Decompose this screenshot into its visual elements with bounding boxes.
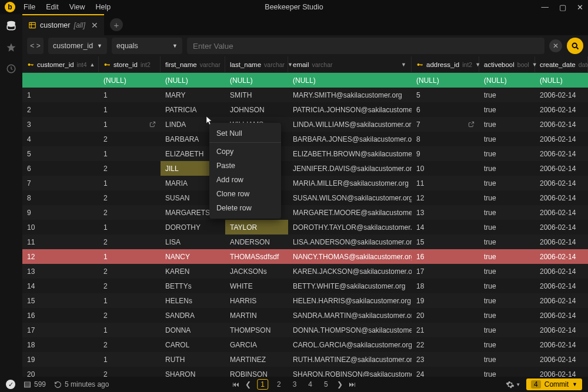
cell-store_id[interactable]: 2 bbox=[99, 205, 161, 220]
column-header-create_date[interactable]: create_datedate bbox=[535, 56, 588, 72]
cell-address_id[interactable]: 21 bbox=[412, 323, 479, 337]
window-close-icon[interactable]: ✕ bbox=[577, 3, 583, 12]
cell-address_id[interactable]: 22 bbox=[412, 337, 479, 352]
cell-create_date[interactable]: 2006-02-14 bbox=[535, 117, 588, 132]
cell-address_id[interactable]: 14 bbox=[412, 220, 479, 234]
column-header-first_name[interactable]: first_namevarchar bbox=[161, 56, 225, 72]
cell-first_name[interactable]: RUTH bbox=[161, 352, 225, 367]
cell-first_name[interactable]: LISA bbox=[161, 234, 225, 249]
table-row[interactable]: 151HELENsHARRISHELEN.HARRIS@sakilacustom… bbox=[22, 293, 588, 308]
cell-create_date[interactable]: 2006-02-14 bbox=[535, 308, 588, 323]
cell-address_id[interactable]: 15 bbox=[412, 234, 479, 249]
table-row[interactable]: 71MARIAMILLERMARIA.MILLER@sakilacustomer… bbox=[22, 176, 588, 190]
cell-last_name[interactable]: MARTIN bbox=[225, 308, 288, 323]
cell-customer_id[interactable]: 11 bbox=[22, 234, 99, 249]
external-link-icon[interactable] bbox=[149, 121, 156, 128]
table-row[interactable]: 82SUSANWILSONSUSAN.WILSON@sakilacustomer… bbox=[22, 190, 588, 205]
table-row[interactable]: 182CAROLGARCIACAROL.GARCIA@sakilacustome… bbox=[22, 337, 588, 352]
cell-address_id[interactable]: 10 bbox=[412, 161, 479, 176]
code-toggle-button[interactable]: < > bbox=[27, 38, 44, 54]
cell-first_name[interactable]: PATRICIA bbox=[161, 102, 225, 117]
cell-first_name[interactable]: MARY bbox=[161, 88, 225, 102]
cell-email[interactable]: SANDRA.MARTIN@sakilacustomer.org bbox=[288, 308, 412, 323]
context-add-row[interactable]: Add row bbox=[209, 173, 281, 187]
cell-activebool[interactable]: true bbox=[479, 161, 535, 176]
cell-email[interactable]: PATRICIA.JOHNSON@sakilacustomer.org bbox=[288, 102, 412, 117]
context-clone-row[interactable]: Clone row bbox=[209, 187, 281, 201]
cell-last_name[interactable]: THOMASsdfsdf bbox=[225, 249, 288, 264]
cell-address_id[interactable]: 9 bbox=[412, 146, 479, 161]
cell-customer_id[interactable]: 12 bbox=[22, 249, 99, 264]
cell-first_name[interactable]: BETTYs bbox=[161, 279, 225, 293]
table-row[interactable]: 62JILLDAVISJENNIFER.DAVIS@sakilacustomer… bbox=[22, 161, 588, 176]
cell-store_id[interactable]: 1 bbox=[99, 117, 161, 132]
cell-address_id[interactable]: 13 bbox=[412, 205, 479, 220]
cell-create_date[interactable]: 2006-02-14 bbox=[535, 161, 588, 176]
table-row[interactable]: 92MARGARETSsMOORESMARGARET.MOORE@sakilac… bbox=[22, 205, 588, 220]
cell-last_name[interactable]: TAYLOR bbox=[225, 220, 288, 234]
cell-email[interactable]: HELEN.HARRIS@sakilacustomer.org bbox=[288, 293, 412, 308]
cell-activebool[interactable]: true bbox=[479, 176, 535, 190]
cell-customer_id[interactable]: 6 bbox=[22, 161, 99, 176]
table-row[interactable]: 31LINDAWILLIAMSLINDA.WILLIAMS@sakilacust… bbox=[22, 117, 588, 132]
table-row[interactable]: 132KARENJACKSONsKAREN.JACKSON@sakilacust… bbox=[22, 264, 588, 279]
cell-create_date[interactable]: (NULL) bbox=[535, 73, 588, 88]
filter-column-select[interactable]: customer_id ▼ bbox=[48, 38, 107, 54]
menu-edit[interactable]: Edit bbox=[46, 3, 59, 11]
cell-activebool[interactable]: true bbox=[479, 117, 535, 132]
cell-store_id[interactable]: 1 bbox=[99, 88, 161, 102]
cell-address_id[interactable]: (NULL) bbox=[412, 73, 479, 88]
cell-email[interactable]: RUTH.MARTINEZ@sakilacustomer.org bbox=[288, 352, 412, 367]
pager-page[interactable]: 3 bbox=[290, 380, 300, 389]
context-delete-row[interactable]: Delete row bbox=[209, 201, 281, 215]
context-paste[interactable]: Paste bbox=[209, 159, 281, 173]
cell-address_id[interactable]: 7 bbox=[412, 117, 479, 132]
cell-last_name[interactable]: JACKSONs bbox=[225, 264, 288, 279]
cell-address_id[interactable]: 16 bbox=[412, 249, 479, 264]
cell-create_date[interactable]: 2006-02-14 bbox=[535, 88, 588, 102]
context-set-null[interactable]: Set Null bbox=[209, 126, 281, 140]
cell-create_date[interactable]: 2006-02-14 bbox=[535, 293, 588, 308]
table-row[interactable]: 21PATRICIAJOHNSONPATRICIA.JOHNSON@sakila… bbox=[22, 102, 588, 117]
cell-last_name[interactable]: MARTINEZ bbox=[225, 352, 288, 367]
cell-customer_id[interactable]: 1 bbox=[22, 88, 99, 102]
column-header-email[interactable]: emailvarchar▼ bbox=[288, 56, 412, 72]
cell-create_date[interactable]: 2006-02-14 bbox=[535, 205, 588, 220]
cell-last_name[interactable]: HARRIS bbox=[225, 293, 288, 308]
cell-activebool[interactable]: true bbox=[479, 88, 535, 102]
cell-customer_id[interactable]: 5 bbox=[22, 146, 99, 161]
cell-activebool[interactable]: true bbox=[479, 323, 535, 337]
pager-page[interactable]: 2 bbox=[274, 380, 284, 389]
menu-view[interactable]: View bbox=[69, 3, 85, 11]
cell-store_id[interactable]: 1 bbox=[99, 102, 161, 117]
cell-email[interactable]: JENNIFER.DAVIS@sakilacustomer.org bbox=[288, 161, 412, 176]
cell-create_date[interactable]: 2006-02-14 bbox=[535, 279, 588, 293]
table-row[interactable]: 202SHARONROBINSONSHARON.ROBINSON@sakilac… bbox=[22, 367, 588, 377]
column-header-activebool[interactable]: activeboolbool▼ bbox=[479, 56, 535, 72]
menu-file[interactable]: File bbox=[24, 3, 35, 11]
cell-customer_id[interactable] bbox=[22, 73, 99, 88]
window-maximize-icon[interactable]: ▢ bbox=[559, 3, 566, 12]
refresh-time[interactable]: 5 minutes ago bbox=[54, 380, 109, 388]
cell-activebool[interactable]: true bbox=[479, 308, 535, 323]
table-row[interactable]: 11MARYSMITHMARY.SMITH@sakilacustomer.org… bbox=[22, 88, 588, 102]
cell-last_name[interactable]: ANDERSON bbox=[225, 234, 288, 249]
cell-store_id[interactable]: 2 bbox=[99, 132, 161, 146]
pager-next[interactable]: ❯ bbox=[337, 380, 343, 388]
menu-help[interactable]: Help bbox=[96, 3, 111, 11]
cell-create_date[interactable]: 2006-02-14 bbox=[535, 176, 588, 190]
cell-store_id[interactable]: 2 bbox=[99, 308, 161, 323]
cell-last_name[interactable]: ROBINSON bbox=[225, 367, 288, 377]
cell-create_date[interactable]: 2006-02-14 bbox=[535, 146, 588, 161]
cell-store_id[interactable]: 2 bbox=[99, 190, 161, 205]
table-row[interactable]: (NULL)(NULL)(NULL)(NULL)(NULL)(NULL)(NUL… bbox=[22, 73, 588, 88]
cell-email[interactable]: MARGARET.MOORE@sakilacustomer.org bbox=[288, 205, 412, 220]
cell-create_date[interactable]: 2006-02-14 bbox=[535, 264, 588, 279]
cell-address_id[interactable]: 11 bbox=[412, 176, 479, 190]
cell-store_id[interactable]: 2 bbox=[99, 161, 161, 176]
cell-create_date[interactable]: 2006-02-14 bbox=[535, 234, 588, 249]
cell-customer_id[interactable]: 20 bbox=[22, 367, 99, 377]
context-copy[interactable]: Copy bbox=[209, 145, 281, 159]
settings-icon[interactable]: ▼ bbox=[506, 380, 520, 389]
cell-last_name[interactable]: WHITE bbox=[225, 279, 288, 293]
